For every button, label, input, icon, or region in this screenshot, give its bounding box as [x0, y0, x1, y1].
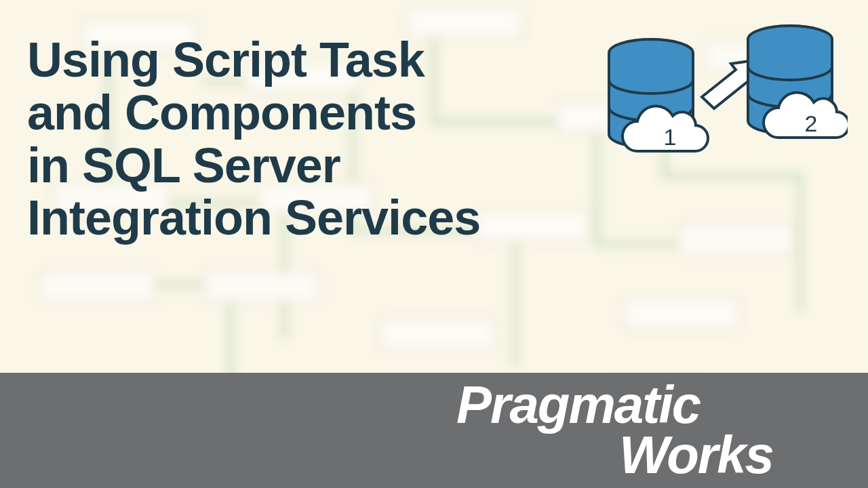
slide-title: Using Script Task and Components in SQL … [27, 34, 542, 245]
svg-rect-9 [678, 224, 793, 255]
svg-rect-11 [203, 271, 319, 302]
database-migration-illustration: 1 2 [590, 19, 848, 168]
brand-logo: Pragmatic Works [456, 380, 773, 480]
thumbnail-stage: Using Script Task and Components in SQL … [0, 0, 868, 488]
title-line-2: and Components [27, 87, 542, 140]
svg-rect-12 [380, 319, 495, 350]
title-line-3: in SQL Server [27, 140, 542, 192]
svg-rect-13 [624, 298, 739, 329]
footer-bar: Pragmatic Works [0, 373, 868, 488]
brand-line-1: Pragmatic [456, 380, 773, 430]
svg-rect-10 [41, 271, 156, 302]
cloud-1-label: 1 [664, 124, 677, 150]
cloud-2-label: 2 [805, 110, 818, 136]
title-line-4: Integration Services [27, 192, 542, 245]
title-line-1: Using Script Task [27, 34, 542, 87]
brand-line-2: Works [619, 430, 773, 480]
